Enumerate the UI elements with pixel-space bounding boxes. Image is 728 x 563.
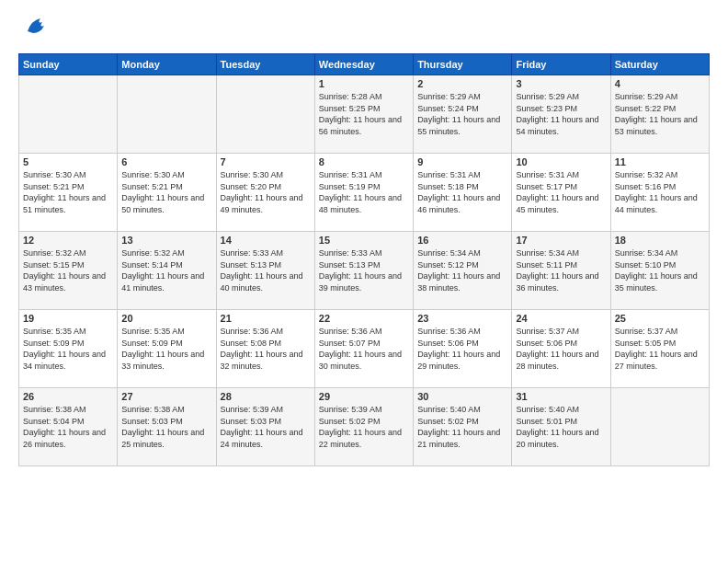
daylight: Daylight: 11 hours and 22 minutes. xyxy=(319,428,402,449)
calendar-cell: 19Sunrise: 5:35 AMSunset: 5:09 PMDayligh… xyxy=(19,310,118,388)
daylight: Daylight: 11 hours and 45 minutes. xyxy=(516,193,598,214)
calendar-cell: 6Sunrise: 5:30 AMSunset: 5:21 PMDaylight… xyxy=(118,154,216,232)
day-info: Sunrise: 5:32 AMSunset: 5:16 PMDaylight:… xyxy=(615,169,705,215)
sunrise: Sunrise: 5:33 AM xyxy=(221,248,284,258)
sunset: Sunset: 5:14 PM xyxy=(121,260,183,270)
day-number: 14 xyxy=(221,235,311,246)
sunset: Sunset: 5:12 PM xyxy=(417,260,479,270)
sunrise: Sunrise: 5:29 AM xyxy=(615,92,678,101)
day-info: Sunrise: 5:35 AMSunset: 5:09 PMDaylight:… xyxy=(121,326,211,372)
day-number: 22 xyxy=(319,313,409,324)
daylight: Daylight: 11 hours and 35 minutes. xyxy=(615,271,698,293)
calendar-cell: 17Sunrise: 5:34 AMSunset: 5:11 PMDayligh… xyxy=(512,232,610,310)
header-tuesday: Tuesday xyxy=(216,54,314,75)
calendar-cell: 1Sunrise: 5:28 AMSunset: 5:25 PMDaylight… xyxy=(314,75,413,154)
calendar-cell: 30Sunrise: 5:40 AMSunset: 5:02 PMDayligh… xyxy=(414,388,512,466)
day-number: 24 xyxy=(516,313,606,324)
daylight: Daylight: 11 hours and 25 minutes. xyxy=(121,428,204,449)
calendar-cell xyxy=(610,388,709,466)
sunrise: Sunrise: 5:40 AM xyxy=(516,405,579,414)
calendar-cell: 24Sunrise: 5:37 AMSunset: 5:06 PMDayligh… xyxy=(512,310,610,388)
day-info: Sunrise: 5:30 AMSunset: 5:21 PMDaylight:… xyxy=(23,169,113,215)
day-info: Sunrise: 5:36 AMSunset: 5:08 PMDaylight:… xyxy=(221,326,311,372)
day-number: 16 xyxy=(417,235,507,246)
day-info: Sunrise: 5:36 AMSunset: 5:07 PMDaylight:… xyxy=(319,326,409,372)
day-number: 4 xyxy=(615,78,705,89)
day-number: 28 xyxy=(221,391,311,402)
header xyxy=(18,17,710,44)
header-friday: Friday xyxy=(512,54,610,75)
day-number: 1 xyxy=(319,78,409,89)
daylight: Daylight: 11 hours and 29 minutes. xyxy=(417,350,500,371)
calendar-week-row: 1Sunrise: 5:28 AMSunset: 5:25 PMDaylight… xyxy=(19,75,710,154)
sunrise: Sunrise: 5:31 AM xyxy=(417,170,481,179)
sunset: Sunset: 5:09 PM xyxy=(23,339,85,348)
calendar-cell: 22Sunrise: 5:36 AMSunset: 5:07 PMDayligh… xyxy=(314,310,413,388)
calendar-cell: 18Sunrise: 5:34 AMSunset: 5:10 PMDayligh… xyxy=(610,232,709,310)
sunset: Sunset: 5:10 PM xyxy=(615,260,677,270)
sunset: Sunset: 5:19 PM xyxy=(319,182,381,191)
sunset: Sunset: 5:25 PM xyxy=(319,104,381,113)
day-info: Sunrise: 5:40 AMSunset: 5:02 PMDaylight:… xyxy=(417,404,507,450)
daylight: Daylight: 11 hours and 48 minutes. xyxy=(319,193,402,214)
calendar-cell: 7Sunrise: 5:30 AMSunset: 5:20 PMDaylight… xyxy=(216,154,314,232)
calendar-cell: 29Sunrise: 5:39 AMSunset: 5:02 PMDayligh… xyxy=(314,388,413,466)
header-wednesday: Wednesday xyxy=(314,54,413,75)
daylight: Daylight: 11 hours and 55 minutes. xyxy=(417,115,500,136)
sunrise: Sunrise: 5:30 AM xyxy=(23,170,86,179)
calendar-table: Sunday Monday Tuesday Wednesday Thursday… xyxy=(18,53,710,466)
sunset: Sunset: 5:21 PM xyxy=(121,182,183,191)
sunset: Sunset: 5:11 PM xyxy=(516,260,577,270)
sunrise: Sunrise: 5:36 AM xyxy=(417,327,481,336)
calendar-week-row: 5Sunrise: 5:30 AMSunset: 5:21 PMDaylight… xyxy=(19,154,710,232)
calendar-cell: 21Sunrise: 5:36 AMSunset: 5:08 PMDayligh… xyxy=(216,310,314,388)
daylight: Daylight: 11 hours and 24 minutes. xyxy=(221,428,303,449)
daylight: Daylight: 11 hours and 46 minutes. xyxy=(417,193,500,214)
sunrise: Sunrise: 5:28 AM xyxy=(319,92,382,101)
day-number: 21 xyxy=(221,313,311,324)
sunset: Sunset: 5:18 PM xyxy=(417,182,479,191)
day-info: Sunrise: 5:29 AMSunset: 5:22 PMDaylight:… xyxy=(615,91,705,137)
day-number: 3 xyxy=(516,78,606,89)
day-number: 2 xyxy=(417,78,507,89)
daylight: Daylight: 11 hours and 51 minutes. xyxy=(23,193,106,214)
daylight: Daylight: 11 hours and 44 minutes. xyxy=(615,193,698,214)
day-number: 31 xyxy=(516,391,606,402)
calendar-cell: 13Sunrise: 5:32 AMSunset: 5:14 PMDayligh… xyxy=(118,232,216,310)
sunset: Sunset: 5:02 PM xyxy=(417,417,479,426)
logo-bird-icon xyxy=(24,13,50,44)
day-number: 20 xyxy=(121,313,211,324)
day-info: Sunrise: 5:33 AMSunset: 5:13 PMDaylight:… xyxy=(221,247,311,293)
calendar-cell: 12Sunrise: 5:32 AMSunset: 5:15 PMDayligh… xyxy=(19,232,118,310)
sunrise: Sunrise: 5:29 AM xyxy=(417,92,481,101)
sunrise: Sunrise: 5:30 AM xyxy=(221,170,284,179)
sunrise: Sunrise: 5:34 AM xyxy=(516,248,579,258)
daylight: Daylight: 11 hours and 40 minutes. xyxy=(221,271,303,293)
daylight: Daylight: 11 hours and 53 minutes. xyxy=(615,115,698,136)
day-info: Sunrise: 5:31 AMSunset: 5:18 PMDaylight:… xyxy=(417,169,507,215)
calendar-cell: 2Sunrise: 5:29 AMSunset: 5:24 PMDaylight… xyxy=(414,75,512,154)
day-info: Sunrise: 5:39 AMSunset: 5:03 PMDaylight:… xyxy=(221,404,311,450)
sunset: Sunset: 5:15 PM xyxy=(23,260,85,270)
calendar-cell: 3Sunrise: 5:29 AMSunset: 5:23 PMDaylight… xyxy=(512,75,610,154)
day-info: Sunrise: 5:32 AMSunset: 5:14 PMDaylight:… xyxy=(121,247,211,293)
day-number: 26 xyxy=(23,391,113,402)
sunrise: Sunrise: 5:35 AM xyxy=(121,327,185,336)
day-number: 6 xyxy=(121,156,211,167)
day-number: 8 xyxy=(319,156,409,167)
day-info: Sunrise: 5:37 AMSunset: 5:05 PMDaylight:… xyxy=(615,326,705,372)
weekday-header-row: Sunday Monday Tuesday Wednesday Thursday… xyxy=(19,54,710,75)
calendar-cell: 16Sunrise: 5:34 AMSunset: 5:12 PMDayligh… xyxy=(414,232,512,310)
sunrise: Sunrise: 5:34 AM xyxy=(615,248,678,258)
sunrise: Sunrise: 5:37 AM xyxy=(615,327,678,336)
sunrise: Sunrise: 5:31 AM xyxy=(319,170,382,179)
daylight: Daylight: 11 hours and 26 minutes. xyxy=(23,428,106,449)
header-thursday: Thursday xyxy=(414,54,512,75)
day-number: 27 xyxy=(121,391,211,402)
day-info: Sunrise: 5:38 AMSunset: 5:03 PMDaylight:… xyxy=(121,404,211,450)
sunset: Sunset: 5:16 PM xyxy=(615,182,677,191)
day-number: 12 xyxy=(23,235,113,246)
calendar-cell: 25Sunrise: 5:37 AMSunset: 5:05 PMDayligh… xyxy=(610,310,709,388)
sunrise: Sunrise: 5:36 AM xyxy=(319,327,382,336)
sunset: Sunset: 5:13 PM xyxy=(221,260,282,270)
